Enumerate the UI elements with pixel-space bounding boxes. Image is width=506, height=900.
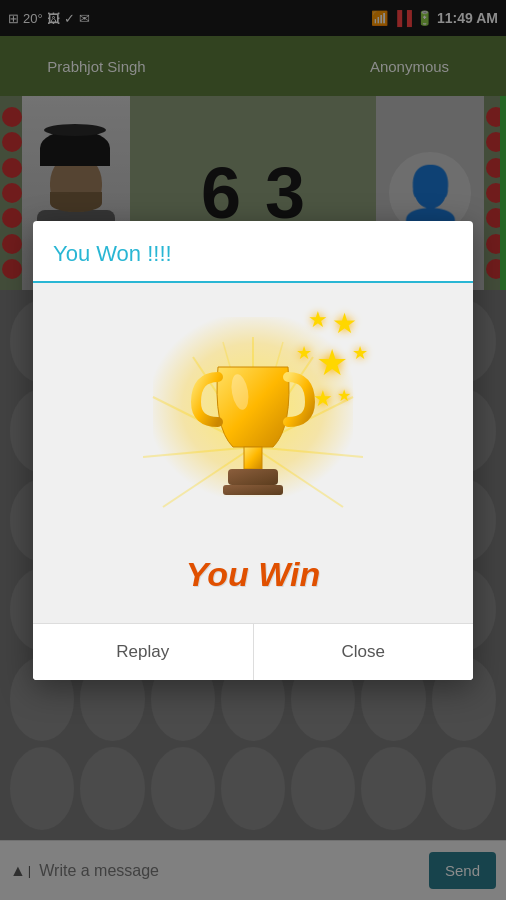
svg-rect-13 [228,469,278,485]
win-modal: You Won !!!! [33,221,473,680]
modal-buttons: Replay Close [33,623,473,680]
trophy-container: ★ ★ ★ ★ ★ ★ ★ [123,307,383,547]
star-1: ★ [308,307,328,340]
star-7: ★ [337,386,351,412]
close-button[interactable]: Close [254,624,474,680]
svg-rect-14 [223,485,283,495]
you-win-text: You Win [186,555,320,594]
star-2: ★ [332,307,357,340]
modal-title: You Won !!!! [53,241,172,266]
svg-rect-12 [244,447,262,469]
modal-body: ★ ★ ★ ★ ★ ★ ★ [33,283,473,623]
replay-button[interactable]: Replay [33,624,253,680]
modal-title-bar: You Won !!!! [33,221,473,283]
trophy-svg [188,357,318,517]
star-5: ★ [352,342,368,384]
star-4: ★ [316,342,348,384]
modal-overlay: You Won !!!! [0,0,506,900]
